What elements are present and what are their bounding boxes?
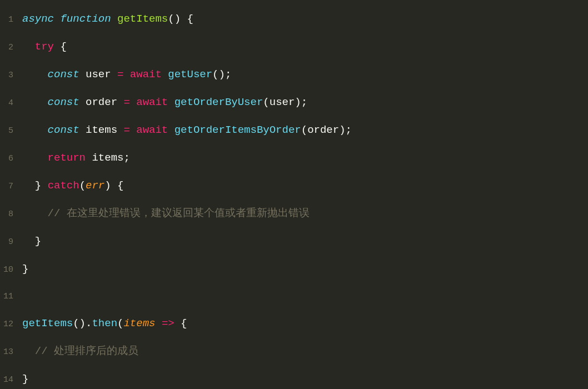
code-token: items xyxy=(92,152,123,164)
code-token: ) xyxy=(339,124,345,136)
code-token xyxy=(22,345,35,357)
code-token: ) xyxy=(104,179,111,192)
code-token: = xyxy=(123,96,129,108)
code-token: function xyxy=(60,13,111,25)
code-token xyxy=(22,179,35,192)
line-number: 7 xyxy=(0,173,22,200)
code-token xyxy=(22,96,48,108)
code-token: } xyxy=(22,263,28,275)
code-line[interactable]: 3 const user = await getUser(); xyxy=(0,61,588,89)
code-token xyxy=(22,41,35,53)
code-content[interactable]: // 在这里处理错误，建议返回某个值或者重新抛出错误 xyxy=(22,200,588,227)
code-token: // 处理排序后的成员 xyxy=(35,345,138,357)
code-token: order xyxy=(307,124,339,136)
code-token: const xyxy=(48,68,79,81)
code-token: items xyxy=(123,317,155,330)
code-line[interactable]: 7 } catch(err) { xyxy=(0,172,588,200)
code-token: getUser xyxy=(168,68,212,81)
line-number: 9 xyxy=(0,229,22,256)
code-token: => xyxy=(162,317,175,330)
code-token: { xyxy=(181,317,187,330)
code-content[interactable]: getItems().then(items => { xyxy=(22,310,588,337)
code-token xyxy=(130,124,136,136)
code-token: getItems xyxy=(22,317,73,330)
code-token xyxy=(22,124,48,136)
line-number: 10 xyxy=(0,257,22,283)
code-token: return xyxy=(48,152,86,164)
code-token: order xyxy=(86,96,117,108)
code-token xyxy=(22,235,35,247)
code-token xyxy=(111,68,117,81)
code-editor[interactable]: 1async function getItems() {2 try {3 con… xyxy=(0,6,588,389)
line-number: 6 xyxy=(0,146,22,172)
code-token: ( xyxy=(79,179,86,192)
code-line[interactable]: 2 try { xyxy=(0,33,588,61)
code-token xyxy=(79,96,86,108)
code-content[interactable]: } catch(err) { xyxy=(22,172,588,199)
code-content[interactable]: const order = await getOrderByUser(user)… xyxy=(22,89,588,116)
line-number: 11 xyxy=(0,283,22,310)
code-content[interactable]: } xyxy=(22,256,588,282)
code-line[interactable]: 1async function getItems() { xyxy=(0,6,588,33)
line-number: 5 xyxy=(0,118,22,144)
code-content[interactable]: const items = await getOrderItemsByOrder… xyxy=(22,117,588,143)
code-token: { xyxy=(187,13,193,25)
code-line[interactable]: 10} xyxy=(0,256,588,283)
code-token xyxy=(54,41,60,53)
code-token: ( xyxy=(301,124,307,136)
code-content[interactable]: return items; xyxy=(22,144,588,171)
code-content[interactable]: } xyxy=(22,228,588,255)
code-token: } xyxy=(35,179,41,192)
code-line[interactable]: 11 xyxy=(0,283,588,310)
code-token: . xyxy=(86,317,92,330)
code-token: () xyxy=(212,68,225,81)
code-token: await xyxy=(136,96,168,108)
code-token: } xyxy=(22,373,28,385)
code-token xyxy=(111,13,117,25)
code-content[interactable]: // 处理排序后的成员 xyxy=(22,338,588,365)
code-token: await xyxy=(130,68,162,81)
code-line[interactable]: 8 // 在这里处理错误，建议返回某个值或者重新抛出错误 xyxy=(0,200,588,228)
code-token xyxy=(123,68,129,81)
code-line[interactable]: 9 } xyxy=(0,228,588,256)
code-line[interactable]: 13 // 处理排序后的成员 xyxy=(0,338,588,366)
code-content[interactable]: try { xyxy=(22,33,588,60)
line-number: 4 xyxy=(0,90,22,117)
code-token: ( xyxy=(117,317,123,330)
code-line[interactable]: 5 const items = await getOrderItemsByOrd… xyxy=(0,117,588,144)
code-token xyxy=(22,68,48,81)
code-token xyxy=(86,152,92,164)
code-token xyxy=(117,96,123,108)
code-token: user xyxy=(270,96,295,108)
code-token xyxy=(54,13,60,25)
code-token: ; xyxy=(301,96,307,108)
code-content[interactable]: } xyxy=(22,366,588,389)
code-token: ) xyxy=(295,96,301,108)
code-token: err xyxy=(86,179,104,192)
code-line[interactable]: 4 const order = await getOrderByUser(use… xyxy=(0,89,588,117)
code-line[interactable]: 6 return items; xyxy=(0,144,588,172)
code-token xyxy=(41,179,47,192)
code-content[interactable]: const user = await getUser(); xyxy=(22,61,588,88)
code-token: items xyxy=(86,124,117,136)
code-token xyxy=(162,68,168,81)
code-token: getItems xyxy=(117,13,168,25)
code-content[interactable]: async function getItems() { xyxy=(22,6,588,32)
code-token: then xyxy=(92,317,117,330)
code-token: ; xyxy=(123,152,129,164)
code-token: await xyxy=(136,124,168,136)
code-token xyxy=(22,152,48,164)
code-token: ; xyxy=(346,124,352,136)
code-token: } xyxy=(35,235,41,247)
line-number: 13 xyxy=(0,339,22,366)
code-token: () xyxy=(168,13,181,25)
code-token: ; xyxy=(225,68,231,81)
code-line[interactable]: 12getItems().then(items => { xyxy=(0,310,588,338)
code-token xyxy=(79,68,86,81)
code-token xyxy=(22,207,48,220)
code-token xyxy=(168,124,174,136)
code-token: try xyxy=(35,41,54,53)
code-token: = xyxy=(123,124,129,136)
code-token xyxy=(130,96,136,108)
code-line[interactable]: 14} xyxy=(0,366,588,389)
